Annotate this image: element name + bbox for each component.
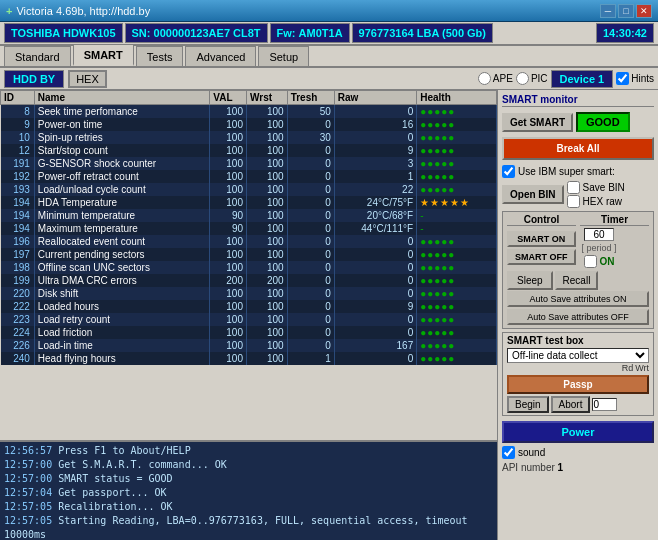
table-row: 196 Reallocated event count 100 100 0 0 …: [1, 235, 497, 248]
cell-raw: 44°C/111°F: [334, 222, 416, 235]
cell-tresh: 0: [287, 326, 334, 339]
cell-tresh: 0: [287, 118, 334, 131]
cell-id: 197: [1, 248, 35, 261]
log-timestamp: 12:57:00: [4, 459, 52, 470]
cell-val: 100: [210, 248, 247, 261]
test-type-select[interactable]: Off-line data collect: [507, 348, 649, 363]
hex-button[interactable]: HEX: [68, 70, 107, 88]
cell-wrst: 100: [247, 118, 288, 131]
ape-radio[interactable]: APE: [478, 72, 513, 85]
cell-id: 9: [1, 118, 35, 131]
power-button[interactable]: Power: [502, 421, 654, 443]
open-bin-button[interactable]: Open BIN: [502, 185, 564, 204]
cell-val: 100: [210, 183, 247, 196]
tab-setup[interactable]: Setup: [258, 46, 309, 66]
cell-name: G-SENSOR shock counter: [34, 157, 209, 170]
table-row: 194 Minimum temperature 90 100 0 20°C/68…: [1, 209, 497, 222]
hdd-by-label: HDD BY: [4, 70, 64, 88]
abort-input[interactable]: [592, 398, 617, 411]
cell-wrst: 100: [247, 235, 288, 248]
cell-tresh: 0: [287, 209, 334, 222]
cell-wrst: 100: [247, 144, 288, 157]
cell-tresh: 30: [287, 131, 334, 144]
cell-health: ●●●●●: [417, 300, 497, 313]
cell-name: Load retry count: [34, 313, 209, 326]
passp-button[interactable]: Passp: [507, 375, 649, 394]
autosave-off-button[interactable]: Auto Save attributes OFF: [507, 309, 649, 325]
table-row: 9 Power-on time 100 100 0 16 ●●●●●: [1, 118, 497, 131]
maximize-button[interactable]: □: [618, 4, 634, 18]
cell-id: 194: [1, 209, 35, 222]
cell-name: Spin-up retries: [34, 131, 209, 144]
cell-name: Minimum temperature: [34, 209, 209, 222]
tab-smart[interactable]: SMART: [73, 44, 134, 66]
cell-id: 198: [1, 261, 35, 274]
cell-raw: 0: [334, 248, 416, 261]
hex-raw-checkbox[interactable]: [567, 195, 580, 208]
cell-wrst: 100: [247, 326, 288, 339]
break-all-button[interactable]: Break All: [502, 137, 654, 160]
table-row: 240 Head flying hours 100 100 1 0 ●●●●●: [1, 352, 497, 365]
use-ibm-checkbox[interactable]: [502, 165, 515, 178]
cell-health: ●●●●●: [417, 287, 497, 300]
device-label: Device 1: [551, 70, 614, 88]
cell-val: 100: [210, 170, 247, 183]
cell-val: 100: [210, 352, 247, 365]
abort-button[interactable]: Abort: [551, 396, 591, 413]
table-row: 194 Maximum temperature 90 100 0 44°C/11…: [1, 222, 497, 235]
cell-name: Power-off retract count: [34, 170, 209, 183]
cell-raw: 9: [334, 144, 416, 157]
table-row: 12 Start/stop count 100 100 0 9 ●●●●●: [1, 144, 497, 157]
smart-status: GOOD: [576, 112, 630, 132]
cell-id: 240: [1, 352, 35, 365]
table-row: 197 Current pending sectors 100 100 0 0 …: [1, 248, 497, 261]
save-bin-checkbox[interactable]: [567, 181, 580, 194]
begin-button[interactable]: Begin: [507, 396, 549, 413]
cell-tresh: 0: [287, 287, 334, 300]
cell-health: ●●●●●: [417, 326, 497, 339]
cell-raw: 0: [334, 326, 416, 339]
sub-bar: HDD BY HEX APE PIC Device 1 Hints: [0, 68, 658, 90]
use-ibm-label: Use IBM super smart:: [518, 166, 615, 177]
log-message: Starting Reading, LBA=0..976773163, FULL…: [4, 515, 468, 540]
log-message: Recalibration... OK: [58, 501, 172, 512]
cell-val: 100: [210, 313, 247, 326]
log-timestamp: 12:57:05: [4, 501, 52, 512]
smart-on-button[interactable]: SMART ON: [507, 231, 576, 247]
get-smart-button[interactable]: Get SMART: [502, 113, 573, 132]
cell-name: Load-in time: [34, 339, 209, 352]
tab-standard[interactable]: Standard: [4, 46, 71, 66]
app-title: Victoria 4.69b, http://hdd.by: [16, 5, 600, 17]
sound-checkbox[interactable]: [502, 446, 515, 459]
timer-input[interactable]: [584, 228, 614, 241]
close-button[interactable]: ✕: [636, 4, 652, 18]
smart-off-button[interactable]: SMART OFF: [507, 249, 576, 265]
cell-health: ●●●●●: [417, 131, 497, 144]
cell-raw: 167: [334, 339, 416, 352]
smart-table[interactable]: ID Name VAL Wrst Tresh Raw Health 8 Seek…: [0, 90, 497, 440]
hints-checkbox[interactable]: Hints: [616, 72, 654, 85]
cell-val: 100: [210, 144, 247, 157]
tab-advanced[interactable]: Advanced: [185, 46, 256, 66]
cell-health: ●●●●●: [417, 170, 497, 183]
autosave-on-button[interactable]: Auto Save attributes ON: [507, 291, 649, 307]
cell-health: ●●●●●: [417, 105, 497, 119]
log-message: Get passport... OK: [58, 487, 166, 498]
timer-on-checkbox[interactable]: [584, 255, 597, 268]
pic-radio[interactable]: PIC: [516, 72, 548, 85]
recall-button[interactable]: Recall: [555, 271, 599, 290]
cell-tresh: 0: [287, 261, 334, 274]
col-raw: Raw: [334, 91, 416, 105]
tab-tests[interactable]: Tests: [136, 46, 184, 66]
col-val: VAL: [210, 91, 247, 105]
cell-tresh: 0: [287, 274, 334, 287]
cell-id: 224: [1, 326, 35, 339]
cell-id: 194: [1, 196, 35, 209]
minimize-button[interactable]: ─: [600, 4, 616, 18]
cell-wrst: 200: [247, 274, 288, 287]
cell-raw: 0: [334, 261, 416, 274]
cell-id: 191: [1, 157, 35, 170]
cell-name: Loaded hours: [34, 300, 209, 313]
sleep-button[interactable]: Sleep: [507, 271, 553, 290]
cell-val: 90: [210, 222, 247, 235]
